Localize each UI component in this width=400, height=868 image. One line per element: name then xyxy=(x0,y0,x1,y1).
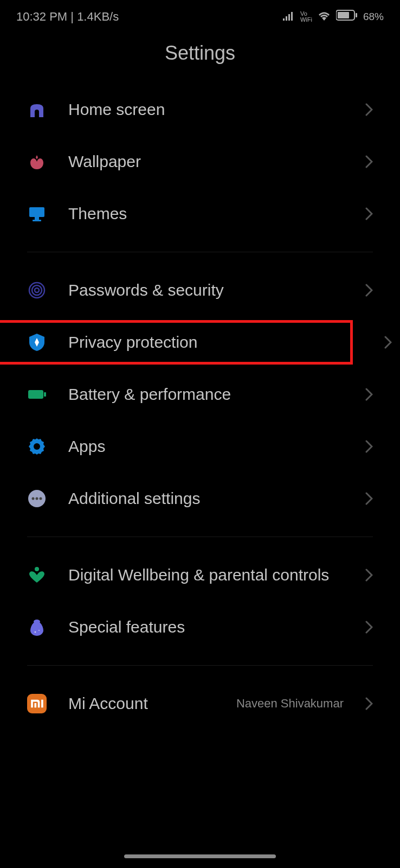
more-icon xyxy=(27,489,47,508)
settings-item-mi-account[interactable]: Mi Account Naveen Shivakumar xyxy=(0,678,400,730)
svg-point-15 xyxy=(34,443,40,450)
chevron-right-icon xyxy=(365,492,373,505)
vowifi-icon: VoWiFi xyxy=(300,11,312,23)
settings-item-passwords-security[interactable]: Passwords & security xyxy=(0,264,400,316)
settings-group: Passwords & security Privacy protection … xyxy=(0,264,400,525)
settings-item-privacy-protection[interactable]: Privacy protection xyxy=(0,316,357,368)
settings-item-themes[interactable]: Themes xyxy=(0,188,400,240)
svg-point-23 xyxy=(38,630,40,631)
chevron-right-icon xyxy=(365,103,373,116)
divider xyxy=(27,537,373,537)
settings-group: Home screen Wallpaper Themes xyxy=(0,84,400,240)
svg-rect-24 xyxy=(27,694,47,713)
settings-item-battery-performance[interactable]: Battery & performance xyxy=(0,368,400,420)
chevron-right-icon xyxy=(365,697,373,710)
item-label: Digital Wellbeing & parental controls xyxy=(68,565,344,585)
svg-point-20 xyxy=(35,567,39,571)
page-title: Settings xyxy=(0,28,400,84)
item-label: Additional settings xyxy=(68,489,344,508)
settings-group: Digital Wellbeing & parental controls Sp… xyxy=(0,549,400,653)
item-label: Special features xyxy=(68,617,344,637)
chevron-right-icon xyxy=(365,569,373,582)
gear-icon xyxy=(27,437,47,456)
battery-icon xyxy=(336,10,358,24)
item-label: Home screen xyxy=(68,100,344,119)
settings-item-home-screen[interactable]: Home screen xyxy=(0,84,400,136)
svg-point-18 xyxy=(36,497,38,500)
settings-item-digital-wellbeing[interactable]: Digital Wellbeing & parental controls xyxy=(0,549,400,601)
item-value: Naveen Shivakumar xyxy=(236,697,344,711)
svg-point-17 xyxy=(32,497,35,500)
signal-icon xyxy=(283,10,295,24)
settings-item-additional-settings[interactable]: Additional settings xyxy=(0,473,400,525)
chevron-right-icon xyxy=(365,440,373,453)
mi-icon xyxy=(27,694,47,713)
svg-point-22 xyxy=(35,631,36,633)
settings-item-special-features[interactable]: Special features xyxy=(0,601,400,653)
svg-rect-13 xyxy=(28,390,43,399)
settings-item-apps[interactable]: Apps xyxy=(0,420,400,473)
svg-rect-5 xyxy=(338,12,349,18)
divider xyxy=(27,252,373,252)
svg-rect-2 xyxy=(288,14,290,21)
status-left: 10:32 PM | 1.4KB/s xyxy=(16,10,119,24)
flask-icon xyxy=(27,617,47,637)
chevron-right-icon xyxy=(365,284,373,297)
item-label: Battery & performance xyxy=(68,385,344,404)
settings-list[interactable]: Home screen Wallpaper Themes Passwords &… xyxy=(0,84,400,730)
item-label: Mi Account xyxy=(68,694,215,713)
status-bar: 10:32 PM | 1.4KB/s VoWiFi 68% xyxy=(0,0,400,28)
chevron-right-icon xyxy=(365,155,373,168)
status-right: VoWiFi 68% xyxy=(283,10,384,24)
chevron-right-icon xyxy=(384,336,392,349)
status-netspeed: 1.4KB/s xyxy=(77,10,119,23)
svg-rect-3 xyxy=(291,12,293,21)
svg-rect-9 xyxy=(33,220,41,221)
item-label: Apps xyxy=(68,437,344,456)
svg-point-11 xyxy=(32,285,42,295)
chevron-right-icon xyxy=(365,388,373,401)
svg-rect-14 xyxy=(44,392,46,397)
fingerprint-icon xyxy=(27,280,47,300)
settings-group: Mi Account Naveen Shivakumar xyxy=(0,678,400,730)
status-time: 10:32 PM xyxy=(16,10,67,23)
themes-icon xyxy=(27,204,47,224)
heart-icon xyxy=(27,565,47,585)
battery-percent: 68% xyxy=(363,11,384,23)
shield-icon xyxy=(27,333,47,352)
svg-rect-1 xyxy=(286,16,287,21)
svg-rect-8 xyxy=(35,217,39,220)
svg-rect-0 xyxy=(283,18,285,21)
wifi-icon xyxy=(318,10,331,24)
settings-item-wallpaper[interactable]: Wallpaper xyxy=(0,136,400,188)
svg-rect-6 xyxy=(356,13,357,17)
item-label: Privacy protection xyxy=(68,333,330,352)
svg-rect-7 xyxy=(29,207,44,217)
battery-icon xyxy=(27,385,47,404)
wallpaper-icon xyxy=(27,152,47,171)
divider xyxy=(27,665,373,666)
item-label: Themes xyxy=(68,204,344,224)
item-label: Wallpaper xyxy=(68,152,344,171)
svg-point-12 xyxy=(35,288,39,292)
home-icon xyxy=(27,100,47,119)
home-indicator[interactable] xyxy=(124,854,276,858)
svg-point-19 xyxy=(40,497,42,500)
chevron-right-icon xyxy=(365,621,373,634)
item-label: Passwords & security xyxy=(68,280,344,300)
chevron-right-icon xyxy=(365,207,373,220)
